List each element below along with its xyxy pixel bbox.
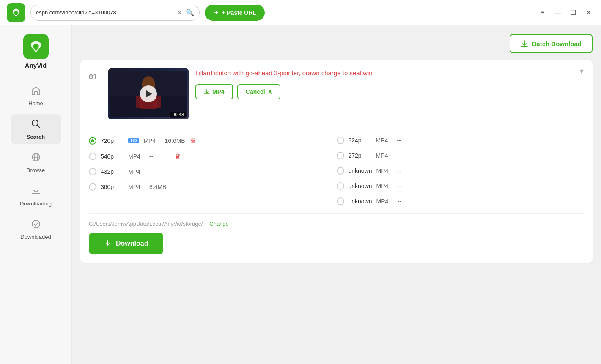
cancel-label: Cancel <box>246 88 265 95</box>
quality-format-540p: MP4 <box>128 153 145 160</box>
quality-row-324p[interactable]: 324p MP4 -- <box>337 135 585 146</box>
sidebar-logo-img <box>23 34 49 59</box>
svg-line-3 <box>37 126 40 128</box>
quality-row-540p[interactable]: 540p MP4 -- ♛ <box>89 151 337 162</box>
content-area: Batch Download ▼ 01 <box>72 25 601 364</box>
url-text: espn.com/video/clip?id=31000781 <box>36 9 174 16</box>
sidebar-item-search-label: Search <box>27 134 45 140</box>
search-icon <box>30 118 41 132</box>
sidebar-item-home[interactable]: Home <box>11 81 61 111</box>
radio-unknown3[interactable] <box>337 197 344 205</box>
download-button[interactable]: Download <box>89 233 163 254</box>
quality-row-unknown2[interactable]: unknown MP4 -- <box>337 181 585 192</box>
sidebar-item-search[interactable]: Search <box>11 114 61 144</box>
download-btn-label: Download <box>116 240 148 247</box>
window-controls: ≡ — ☐ ✕ <box>537 7 594 19</box>
quality-size-540p: -- <box>149 153 170 160</box>
sidebar-logo: AnyVid <box>23 34 49 69</box>
download-path-row: C:/Users/Jemy/AppData/Local/AnyVid/stora… <box>89 213 584 227</box>
downloading-icon <box>30 185 41 199</box>
sidebar-item-browse-label: Browse <box>27 167 45 173</box>
minimize-button[interactable]: — <box>552 7 564 19</box>
quality-size-unknown1: -- <box>398 167 419 174</box>
radio-324p[interactable] <box>337 137 344 144</box>
video-title-highlight: drawn charge <box>302 69 341 77</box>
sidebar-item-downloading-label: Downloading <box>20 200 52 207</box>
video-card: ▼ 01 <box>80 60 593 263</box>
sidebar-item-browse[interactable]: Browse <box>11 148 61 178</box>
main-layout: AnyVid Home Search <box>0 25 601 364</box>
play-button[interactable] <box>140 85 157 102</box>
cancel-chevron-icon: ∧ <box>268 88 272 95</box>
sidebar: AnyVid Home Search <box>0 25 72 364</box>
quality-format-unknown1: MP4 <box>376 167 393 174</box>
paste-url-icon: ＋ <box>213 9 219 16</box>
quality-format-unknown3: MP4 <box>376 198 393 205</box>
svg-point-7 <box>32 220 40 228</box>
titlebar: espn.com/video/clip?id=31000781 ✕ 🔍 ＋ + … <box>0 0 601 25</box>
radio-720p[interactable] <box>89 137 96 145</box>
video-thumbnail[interactable]: 00:48 <box>108 68 189 119</box>
quality-row-432p[interactable]: 432p MP4 -- <box>89 166 337 177</box>
video-actions: MP4 Cancel ∧ <box>195 84 584 99</box>
quality-row-unknown1[interactable]: unknown MP4 -- <box>337 165 585 176</box>
radio-272p[interactable] <box>337 152 344 159</box>
quality-size-360p: 8.4MB <box>149 183 170 190</box>
close-button[interactable]: ✕ <box>582 7 594 19</box>
quality-grid: 720p HD MP4 16.6MB ♛ 540p MP4 -- ♛ <box>89 128 584 207</box>
batch-bar: Batch Download <box>80 34 593 53</box>
quality-format-360p: MP4 <box>128 183 145 190</box>
app-name: AnyVid <box>25 62 47 69</box>
batch-download-button[interactable]: Batch Download <box>510 34 593 53</box>
video-number: 01 <box>89 73 102 82</box>
quality-row-360p[interactable]: 360p MP4 8.4MB <box>89 181 337 192</box>
sidebar-item-downloaded[interactable]: Downloaded <box>11 214 61 244</box>
quality-format-272p: MP4 <box>376 152 393 159</box>
maximize-button[interactable]: ☐ <box>567 7 579 19</box>
quality-label-272p: 272p <box>349 152 372 159</box>
quality-format-unknown2: MP4 <box>376 183 393 189</box>
quality-row-272p[interactable]: 272p MP4 -- <box>337 150 585 161</box>
video-info: Lillard clutch with go-ahead 3-pointer, … <box>195 68 584 99</box>
quality-size-432p: -- <box>149 168 170 175</box>
crown-icon-540p: ♛ <box>175 152 181 160</box>
radio-unknown1[interactable] <box>337 167 344 175</box>
dropdown-arrow-icon[interactable]: ▼ <box>578 68 585 75</box>
quality-size-324p: -- <box>397 137 418 144</box>
downloaded-icon <box>30 219 41 232</box>
paste-url-button[interactable]: ＋ + Paste URL <box>205 5 265 21</box>
quality-row-unknown3[interactable]: unknown MP4 -- <box>337 196 585 207</box>
radio-540p[interactable] <box>89 153 96 160</box>
mp4-button[interactable]: MP4 <box>195 84 233 99</box>
url-close-icon[interactable]: ✕ <box>177 9 182 16</box>
sidebar-item-downloading[interactable]: Downloading <box>11 181 61 211</box>
download-path-text: C:/Users/Jemy/AppData/Local/AnyVid/stora… <box>89 221 203 227</box>
radio-360p[interactable] <box>89 183 96 191</box>
cancel-button[interactable]: Cancel ∧ <box>237 84 280 99</box>
browse-icon <box>30 152 41 165</box>
hd-badge: HD <box>128 138 139 143</box>
radio-unknown2[interactable] <box>337 182 344 190</box>
video-duration: 00:48 <box>170 112 186 118</box>
quality-size-272p: -- <box>397 152 418 159</box>
video-title: Lillard clutch with go-ahead 3-pointer, … <box>195 68 584 77</box>
video-title-after: to seal win <box>341 69 373 77</box>
sidebar-item-home-label: Home <box>28 100 43 107</box>
change-path-button[interactable]: Change <box>209 221 229 227</box>
quality-col-right: 324p MP4 -- 272p MP4 -- unknown <box>337 135 585 207</box>
radio-432p[interactable] <box>89 168 96 175</box>
home-icon <box>30 85 41 99</box>
quality-label-540p: 540p <box>101 153 124 160</box>
quality-row-720p[interactable]: 720p HD MP4 16.6MB ♛ <box>89 135 337 146</box>
quality-format-432p: MP4 <box>128 168 145 175</box>
quality-label-unknown3: unknown <box>349 198 372 205</box>
crown-icon-720p: ♛ <box>190 137 196 145</box>
sidebar-item-downloaded-label: Downloaded <box>20 234 51 240</box>
quality-label-unknown1: unknown <box>349 167 372 174</box>
video-header: 01 0 <box>89 68 584 119</box>
menu-button[interactable]: ≡ <box>537 7 549 19</box>
url-search-icon[interactable]: 🔍 <box>186 8 194 16</box>
quality-label-432p: 432p <box>101 168 124 175</box>
batch-download-label: Batch Download <box>532 40 582 47</box>
url-bar[interactable]: espn.com/video/clip?id=31000781 ✕ 🔍 <box>30 5 200 21</box>
